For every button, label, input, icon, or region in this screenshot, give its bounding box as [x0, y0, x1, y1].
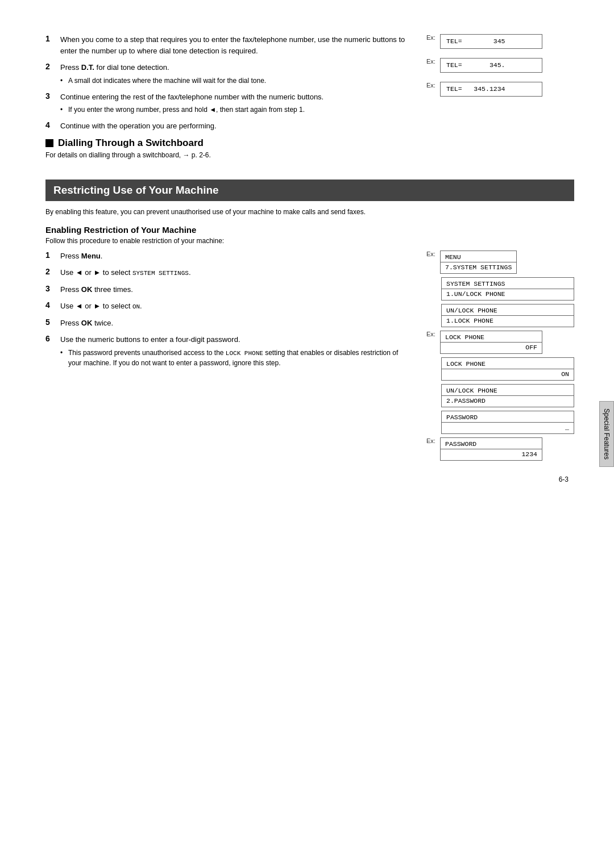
step-2: 2 Press D.T. for dial tone detection. A …	[45, 62, 409, 86]
bullet-6-1: This password prevents unauthorised acce…	[60, 348, 409, 369]
lcd-box-2: TEL= 345.	[440, 58, 542, 73]
lower-section: 1 Press Menu. 2 Use ◄ or ► to select SYS…	[45, 251, 574, 464]
lcd-lower-7-line2: _	[442, 423, 574, 433]
lower-step-6: 6 Use the numeric buttons to enter a fou…	[45, 334, 409, 368]
sidebar-tab: Special Features	[599, 401, 614, 467]
lcd-lower-3-line1: UN/LOCK PHONE	[442, 304, 574, 316]
lcd-lower-8-wrap: Ex: PASSWORD 1234	[426, 437, 574, 461]
step-text-2: Press D.T. for dial tone detection. A sm…	[60, 62, 409, 86]
lcd-group-1: Ex: TEL= 345	[426, 34, 574, 49]
lcd-ex-1: Ex: TEL= 345	[426, 34, 574, 49]
lower-step-2: 2 Use ◄ or ► to select SYSTEM SETTINGS.	[45, 267, 409, 278]
lcd-lower-6-line1: UN/LOCK PHONE	[442, 385, 574, 396]
lcd-lower-5-line2: ON	[442, 369, 574, 380]
lcd-lower-3-line2: 1.LOCK PHONE	[442, 316, 574, 327]
lower-step-text-3: Press OK three times.	[60, 284, 409, 295]
lcd-lower-8: PASSWORD 1234	[440, 437, 542, 461]
lcd-lower-1-line1: MENU	[441, 251, 516, 262]
lcd-lower-7: PASSWORD _	[441, 411, 574, 434]
lcd-lower-4-line1: LOCK PHONE	[441, 331, 542, 343]
bold-ok-1: OK	[81, 285, 93, 294]
lcd-lower-1-wrap: Ex: MENU 7.SYSTEM SETTINGS	[426, 251, 574, 274]
step-num-4: 4	[45, 120, 56, 132]
lcd-lower-4-line2: OFF	[441, 343, 542, 353]
bold-dt: D.T.	[81, 63, 94, 72]
page-number: 6-3	[45, 475, 574, 483]
step-3-bullets: If you enter the wrong number, press and…	[60, 105, 409, 115]
enabling-restriction-note: Follow this procedure to enable restrict…	[45, 237, 574, 245]
ex-label-lower-1: Ex:	[426, 251, 438, 257]
step-text-3: Continue entering the rest of the fax/te…	[60, 91, 409, 115]
step-num-3: 3	[45, 91, 56, 115]
lcd-lower-2-wrap: SYSTEM SETTINGS 1.UN/LOCK PHONE	[441, 277, 574, 301]
lower-step-text-1: Press Menu.	[60, 251, 409, 262]
bold-ok-2: OK	[81, 319, 93, 327]
lcd-lower-6-line2: 2.PASSWORD	[442, 396, 574, 407]
lcd-group-2: Ex: TEL= 345.	[426, 58, 574, 73]
lcd-lower-3: UN/LOCK PHONE 1.LOCK PHONE	[441, 304, 574, 327]
dialling-heading-text: Dialling Through a Switchboard	[58, 137, 204, 149]
bullet-3-1: If you enter the wrong number, press and…	[60, 105, 409, 115]
lcd-lower-3-wrap: UN/LOCK PHONE 1.LOCK PHONE	[441, 304, 574, 327]
lcd-lower-2-line2: 1.UN/LOCK PHONE	[442, 289, 574, 300]
lcd-lower-5-line1: LOCK PHONE	[442, 358, 574, 369]
lower-step-num-2: 2	[45, 267, 56, 278]
lower-step-num-6: 6	[45, 334, 56, 368]
step-1: 1 When you come to a step that requires …	[45, 34, 409, 56]
lcd-lower-8-line1: PASSWORD	[441, 438, 542, 449]
lcd-lower-5: LOCK PHONE ON	[441, 357, 574, 381]
bullet-2-1: A small dot indicates where the machine …	[60, 76, 409, 86]
lcd-lower-1-line2: 7.SYSTEM SETTINGS	[441, 262, 516, 273]
code-system-settings: SYSTEM SETTINGS	[132, 270, 189, 277]
top-right-col: Ex: TEL= 345 Ex: TEL= 345.	[426, 34, 574, 168]
dialling-note: For details on dialling through a switch…	[45, 151, 409, 159]
enabling-restriction-heading: Enabling Restriction of Your Machine	[45, 225, 574, 235]
lower-step-text-6: Use the numeric buttons to enter a four-…	[60, 334, 409, 368]
lcd-lower-2-line1: SYSTEM SETTINGS	[442, 278, 574, 289]
lower-step-num-5: 5	[45, 318, 56, 329]
step-text-4: Continue with the operation you are perf…	[60, 120, 409, 132]
lcd-lower-1: MENU 7.SYSTEM SETTINGS	[440, 251, 517, 274]
lcd-lower-6: UN/LOCK PHONE 2.PASSWORD	[441, 384, 574, 407]
ex-label-1: Ex:	[426, 34, 438, 41]
top-left-col: 1 When you come to a step that requires …	[45, 34, 409, 168]
step-num-1: 1	[45, 34, 56, 56]
lcd-lower-7-line1: PASSWORD	[442, 411, 574, 423]
lcd-lower-2: SYSTEM SETTINGS 1.UN/LOCK PHONE	[441, 277, 574, 301]
lcd-group-3: Ex: TEL= 345.1234	[426, 82, 574, 97]
lcd-ex-3: Ex: TEL= 345.1234	[426, 82, 574, 97]
lower-right-col: Ex: MENU 7.SYSTEM SETTINGS SYSTEM SETTIN…	[426, 251, 574, 464]
step-4: 4 Continue with the operation you are pe…	[45, 120, 409, 132]
lower-left-col: 1 Press Menu. 2 Use ◄ or ► to select SYS…	[45, 251, 409, 464]
lower-step-text-5: Press OK twice.	[60, 318, 409, 329]
ex-label-3: Ex:	[426, 82, 438, 89]
page-content: 1 When you come to a step that requires …	[45, 34, 574, 483]
lower-step-4: 4 Use ◄ or ► to select ON.	[45, 301, 409, 312]
lower-step-3: 3 Press OK three times.	[45, 284, 409, 295]
lower-step-5: 5 Press OK twice.	[45, 318, 409, 329]
lcd-lower-5-wrap: LOCK PHONE ON	[441, 357, 574, 381]
bold-menu: Menu	[81, 252, 101, 260]
top-section: 1 When you come to a step that requires …	[45, 34, 574, 168]
lcd-ex-2: Ex: TEL= 345.	[426, 58, 574, 73]
step-text-1: When you come to a step that requires yo…	[60, 34, 409, 56]
black-square-icon	[45, 139, 53, 147]
lcd-lower-4: LOCK PHONE OFF	[440, 331, 542, 354]
lcd-box-3: TEL= 345.1234	[440, 82, 542, 97]
lcd-lower-8-line2: 1234	[441, 449, 542, 460]
code-lock-phone-inline: LOCK PHONE	[226, 350, 263, 357]
lower-step-text-4: Use ◄ or ► to select ON.	[60, 301, 409, 312]
ex-label-lower-8: Ex:	[426, 437, 438, 444]
lower-step-1: 1 Press Menu.	[45, 251, 409, 262]
code-on: ON	[132, 303, 140, 310]
lcd-box-1: TEL= 345	[440, 34, 542, 49]
lower-step-num-1: 1	[45, 251, 56, 262]
restricting-banner: Restricting Use of Your Machine	[45, 180, 574, 201]
lcd-lower-4-wrap: Ex: LOCK PHONE OFF	[426, 331, 574, 354]
dialling-heading: Dialling Through a Switchboard	[45, 137, 409, 149]
step-2-bullets: A small dot indicates where the machine …	[60, 76, 409, 86]
lower-step-text-2: Use ◄ or ► to select SYSTEM SETTINGS.	[60, 267, 409, 278]
step-6-bullets: This password prevents unauthorised acce…	[60, 348, 409, 369]
ex-label-2: Ex:	[426, 58, 438, 65]
lcd-lower-7-wrap: PASSWORD _	[441, 411, 574, 434]
